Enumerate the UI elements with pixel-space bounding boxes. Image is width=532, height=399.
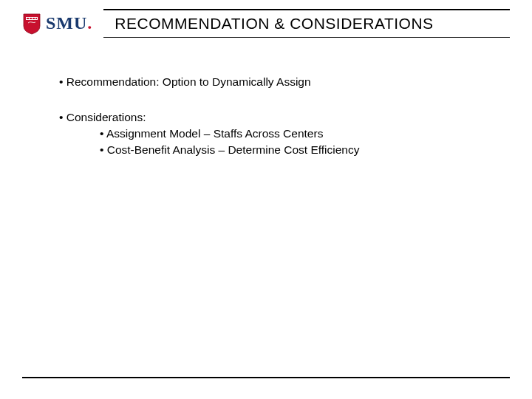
sub-item-1: Cost-Benefit Analysis – Determine Cost E… bbox=[107, 143, 360, 156]
svg-rect-2 bbox=[30, 18, 32, 19]
slide-content: • Recommendation: Option to Dynamically … bbox=[0, 38, 532, 158]
considerations-line: • Considerations: bbox=[59, 110, 473, 125]
sub-bullet-item: • Assignment Model – Staffs Across Cente… bbox=[59, 126, 473, 141]
recommendation-line: • Recommendation: Option to Dynamically … bbox=[59, 75, 473, 89]
considerations-section: • Considerations: • Assignment Model – S… bbox=[59, 110, 473, 157]
smu-logo: SMU. bbox=[22, 13, 92, 35]
recommendation-section: • Recommendation: Option to Dynamically … bbox=[59, 75, 473, 89]
recommendation-label: Recommendation: bbox=[66, 75, 160, 88]
slide-title: RECOMMENDATION & CONSIDERATIONS bbox=[107, 15, 510, 33]
logo-text-main: SMU bbox=[46, 13, 87, 33]
logo-text-dot: . bbox=[87, 13, 92, 33]
recommendation-text: Option to Dynamically Assign bbox=[163, 75, 311, 88]
logo-shield-icon bbox=[22, 13, 41, 35]
considerations-label: Considerations: bbox=[66, 111, 146, 123]
title-area: RECOMMENDATION & CONSIDERATIONS bbox=[107, 9, 510, 38]
svg-rect-3 bbox=[33, 18, 35, 19]
title-rule-bottom bbox=[103, 37, 510, 38]
logo-text: SMU. bbox=[46, 13, 92, 33]
title-rule-top bbox=[103, 9, 510, 10]
footer-rule bbox=[22, 377, 510, 378]
sub-bullet-item: • Cost-Benefit Analysis – Determine Cost… bbox=[59, 143, 473, 157]
svg-rect-1 bbox=[27, 18, 29, 19]
sub-item-0: Assignment Model – Staffs Across Centers bbox=[106, 127, 324, 140]
svg-rect-4 bbox=[35, 18, 37, 19]
slide-header: SMU. RECOMMENDATION & CONSIDERATIONS bbox=[0, 0, 532, 38]
